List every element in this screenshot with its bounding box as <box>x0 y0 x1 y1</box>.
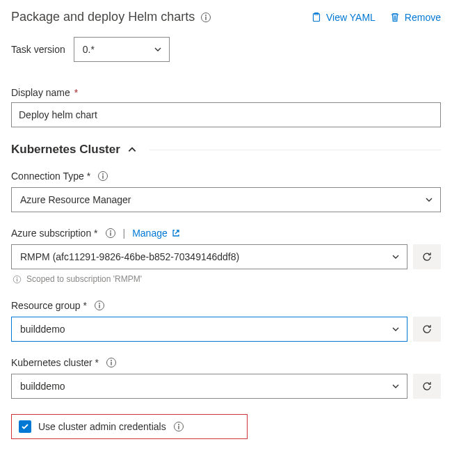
external-link-icon <box>172 229 180 237</box>
admin-credentials-checkbox[interactable] <box>19 420 31 433</box>
azure-subscription-select[interactable]: RMPM (afc11291-9826-46be-b852-70349146dd… <box>11 244 407 269</box>
connection-type-select[interactable]: Azure Resource Manager <box>11 187 441 212</box>
svg-rect-22 <box>178 426 179 429</box>
svg-point-1 <box>205 15 207 16</box>
display-name-field: Display name * <box>11 87 441 127</box>
info-icon[interactable] <box>97 170 108 182</box>
svg-point-6 <box>102 173 104 175</box>
svg-rect-2 <box>205 16 206 19</box>
section-title: Kubernetes Cluster <box>11 143 120 157</box>
check-icon <box>21 422 29 431</box>
header: Package and deploy Helm charts View YAML… <box>11 10 441 24</box>
scoped-note: Scoped to subscription 'RMPM' <box>11 273 441 285</box>
display-name-input[interactable] <box>11 102 441 127</box>
resource-group-label: Resource group <box>11 300 81 311</box>
chevron-down-icon <box>425 196 433 204</box>
svg-point-9 <box>110 230 111 232</box>
refresh-icon <box>421 324 433 335</box>
info-icon <box>11 273 22 285</box>
header-actions: View YAML Remove <box>311 12 441 23</box>
divider <box>150 150 441 150</box>
view-yaml-label: View YAML <box>326 12 376 23</box>
chevron-down-icon <box>392 382 400 390</box>
refresh-button[interactable] <box>413 244 441 269</box>
task-version-row: Task version 0.* <box>11 37 441 62</box>
connection-type-field: Connection Type * Azure Resource Manager <box>11 170 441 212</box>
clipboard-icon <box>311 12 322 23</box>
remove-label: Remove <box>405 12 441 23</box>
separator: | <box>123 228 126 239</box>
info-icon[interactable] <box>94 300 105 311</box>
svg-rect-16 <box>99 305 99 308</box>
view-yaml-button[interactable]: View YAML <box>311 12 376 23</box>
page-title: Package and deploy Helm charts <box>11 10 195 24</box>
section-header[interactable]: Kubernetes Cluster <box>11 143 441 157</box>
required-indicator: * <box>91 228 97 239</box>
resource-group-value: builddemo <box>20 324 65 335</box>
info-icon[interactable] <box>200 12 211 23</box>
required-indicator: * <box>84 170 90 182</box>
info-icon[interactable] <box>106 357 117 368</box>
svg-point-21 <box>178 424 179 425</box>
azure-subscription-value: RMPM (afc11291-9826-46be-b852-70349146dd… <box>20 251 239 262</box>
refresh-button[interactable] <box>413 374 441 399</box>
required-indicator: * <box>72 87 78 98</box>
svg-rect-13 <box>16 278 17 281</box>
required-indicator: * <box>92 357 99 368</box>
svg-point-18 <box>111 360 112 361</box>
info-icon[interactable] <box>173 421 184 432</box>
connection-type-value: Azure Resource Manager <box>20 194 131 205</box>
refresh-icon <box>421 251 433 262</box>
trash-icon <box>389 12 401 23</box>
admin-credentials-label: Use cluster admin credentials <box>38 421 166 432</box>
resource-group-field: Resource group * builddemo <box>11 300 441 342</box>
display-name-label: Display name <box>11 87 70 98</box>
kubernetes-cluster-value: builddemo <box>20 381 65 392</box>
svg-point-12 <box>16 277 17 278</box>
task-version-select[interactable]: 0.* <box>74 37 170 62</box>
kubernetes-cluster-field: Kubernetes cluster * builddemo <box>11 357 441 399</box>
chevron-down-icon <box>392 253 400 261</box>
manage-label: Manage <box>132 228 168 239</box>
svg-rect-19 <box>111 362 111 365</box>
info-icon[interactable] <box>105 228 116 239</box>
chevron-down-icon <box>392 325 400 333</box>
azure-subscription-label: Azure subscription <box>11 228 91 239</box>
azure-subscription-field: Azure subscription * | Manage RMPM (afc1… <box>11 228 441 285</box>
admin-credentials-row: Use cluster admin credentials <box>11 414 248 439</box>
scoped-note-text: Scoped to subscription 'RMPM' <box>26 274 142 284</box>
refresh-icon <box>421 381 433 392</box>
svg-rect-7 <box>102 175 103 179</box>
resource-group-select[interactable]: builddemo <box>11 317 407 342</box>
connection-type-label: Connection Type <box>11 170 84 182</box>
kubernetes-cluster-label: Kubernetes cluster <box>11 357 92 368</box>
header-left: Package and deploy Helm charts <box>11 10 211 24</box>
remove-button[interactable]: Remove <box>389 12 441 23</box>
required-indicator: * <box>81 300 87 311</box>
chevron-up-icon <box>127 145 137 154</box>
refresh-button[interactable] <box>413 317 441 342</box>
svg-rect-10 <box>110 232 111 236</box>
task-version-value: 0.* <box>83 44 95 55</box>
chevron-down-icon <box>154 45 162 54</box>
manage-link[interactable]: Manage <box>132 228 180 239</box>
kubernetes-cluster-select[interactable]: builddemo <box>11 374 407 399</box>
svg-point-15 <box>99 303 100 304</box>
task-version-label: Task version <box>11 44 65 55</box>
